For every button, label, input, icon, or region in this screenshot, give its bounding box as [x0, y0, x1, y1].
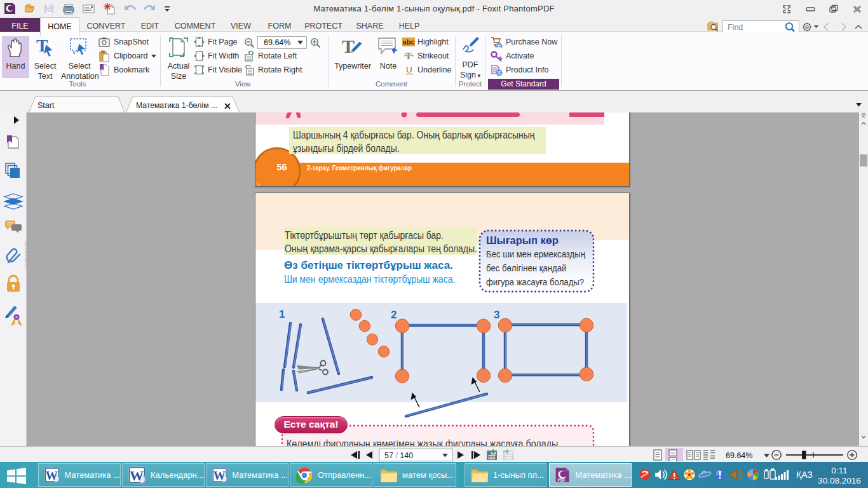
svg-text:PDF: PDF: [558, 478, 566, 482]
svg-text:3: 3: [494, 309, 499, 321]
svg-text:57 / 140: 57 / 140: [384, 451, 413, 460]
svg-text:W: W: [214, 469, 226, 482]
svg-text:1: 1: [279, 308, 285, 320]
svg-text:U: U: [406, 65, 412, 74]
svg-text:2: 2: [391, 309, 397, 321]
svg-text:W: W: [130, 468, 144, 484]
svg-text:Математика 1-бөлім ...: Математика 1-бөлім ...: [136, 101, 217, 110]
svg-text:30.08.2016: 30.08.2016: [818, 476, 861, 485]
svg-text:ҚАЗ: ҚАЗ: [796, 470, 813, 480]
svg-text:Start: Start: [37, 101, 55, 110]
svg-text:T: T: [342, 36, 355, 57]
svg-text:56: 56: [277, 162, 287, 172]
svg-text:Find: Find: [728, 23, 743, 32]
svg-text:W: W: [46, 469, 58, 482]
svg-text:T: T: [405, 51, 412, 61]
svg-text:0:11: 0:11: [831, 466, 847, 475]
svg-text:69.64%: 69.64%: [726, 451, 752, 460]
